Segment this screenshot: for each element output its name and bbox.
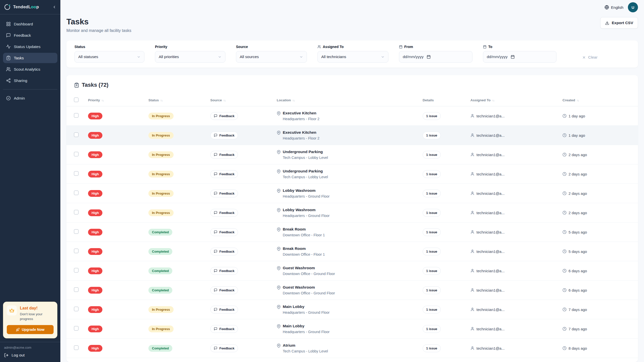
source-badge: Feedback: [210, 131, 238, 139]
created-cell: 2 days ago: [562, 153, 630, 157]
column-header-status[interactable]: Status↑↓: [148, 98, 210, 102]
export-csv-button[interactable]: Export CSV: [600, 17, 638, 29]
person-icon: [470, 153, 474, 157]
row-checkbox[interactable]: [74, 268, 78, 273]
from-date-input[interactable]: dd/mm/yyyy: [399, 51, 472, 63]
sidebar-item-dashboard[interactable]: Dashboard: [3, 19, 57, 29]
status-filter-select[interactable]: All statuses: [74, 51, 144, 63]
assigned-cell: technician1@a...: [470, 230, 562, 234]
row-checkbox[interactable]: [74, 191, 78, 195]
sidebar-item-feedback[interactable]: Feedback: [3, 30, 57, 40]
row-checkbox[interactable]: [74, 210, 78, 214]
table-row[interactable]: High In Progress Feedback Main Lobby Hea…: [66, 300, 638, 319]
row-checkbox[interactable]: [74, 345, 78, 350]
filters-bar: Status All statuses Priority All priorit…: [66, 40, 638, 68]
row-checkbox[interactable]: [74, 152, 78, 156]
chevron-down-icon: [218, 55, 222, 59]
table-row[interactable]: High In Progress Feedback Lobby Washroom…: [66, 203, 638, 222]
to-date-input[interactable]: dd/mm/yyyy: [483, 51, 556, 63]
table-row[interactable]: High In Progress Feedback Executive Kitc…: [66, 126, 638, 145]
person-icon: [470, 269, 474, 273]
sidebar-item-status-updates[interactable]: Status Updates: [3, 41, 57, 52]
upgrade-now-button[interactable]: Upgrade Now: [7, 325, 54, 334]
clipboard-icon: [74, 82, 79, 88]
assigned-cell: technician1@a...: [470, 191, 562, 196]
location-detail: Headquarters - Ground Floor: [283, 214, 330, 218]
column-header-source[interactable]: Source↑↓: [210, 98, 277, 102]
location-name: Guest Washroom: [283, 285, 335, 290]
row-checkbox[interactable]: [74, 171, 78, 176]
sidebar-item-admin[interactable]: Admin: [3, 93, 57, 103]
table-row[interactable]: High In Progress Feedback Lobby Washroom…: [66, 184, 638, 203]
feedback-bubble-icon: [214, 346, 217, 350]
column-header-priority[interactable]: Priority↑↓: [88, 98, 148, 102]
row-checkbox[interactable]: [74, 229, 78, 234]
table-row[interactable]: High Completed Feedback Guest Washroom D…: [66, 281, 638, 300]
created-cell: 7 days ago: [562, 327, 630, 331]
location-cell: Guest Washroom Downtown Office - Ground …: [277, 266, 423, 276]
logout-button[interactable]: Log out: [4, 353, 56, 357]
sidebar-collapse-icon[interactable]: [52, 5, 56, 9]
location-name: Atrium: [283, 343, 328, 348]
map-pin-icon: [277, 111, 281, 115]
feedback-bubble-icon: [214, 153, 217, 156]
rocket-icon: [16, 328, 20, 332]
map-pin-icon: [277, 324, 281, 328]
column-header-assigned-to[interactable]: Assigned To↑↓: [470, 98, 562, 102]
clock-icon: [562, 327, 567, 331]
location-name: Break Room: [283, 227, 325, 232]
language-selector[interactable]: English: [605, 5, 623, 10]
source-badge: Feedback: [210, 209, 238, 217]
clear-filters-button[interactable]: Clear: [582, 55, 597, 60]
priority-badge: High: [88, 287, 102, 294]
feedback-bubble-icon: [214, 230, 217, 234]
row-checkbox[interactable]: [74, 287, 78, 292]
clock-icon: [562, 269, 567, 273]
sidebar-item-scout-analytics[interactable]: Scout Analytics: [3, 64, 57, 74]
row-checkbox[interactable]: [74, 249, 78, 253]
table-row[interactable]: High In Progress Feedback Main Lobby Hea…: [66, 319, 638, 339]
source-badge: Feedback: [210, 170, 238, 178]
status-badge: Completed: [148, 345, 172, 352]
priority-badge: High: [88, 132, 102, 139]
priority-badge: High: [88, 190, 102, 197]
location-cell: Executive Kitchen Headquarters - Floor 2: [277, 111, 423, 121]
clock-icon: [562, 114, 567, 118]
table-row[interactable]: High Completed Feedback Guest Washroom D…: [66, 261, 638, 281]
table-row[interactable]: High In Progress Feedback Executive Kitc…: [66, 106, 638, 126]
table-row[interactable]: High Completed Feedback Break Room Downt…: [66, 222, 638, 242]
status-badge: Completed: [148, 267, 172, 274]
page-subtitle: Monitor and manage all facility tasks: [66, 28, 131, 33]
row-checkbox[interactable]: [74, 113, 78, 118]
table-row[interactable]: High Completed Feedback Break Room Downt…: [66, 242, 638, 261]
location-detail: Downtown Office - Floor 1: [283, 252, 325, 256]
assigned-cell: technician1@a...: [470, 346, 562, 350]
sidebar-item-sharing[interactable]: Sharing: [3, 75, 57, 86]
location-name: Lobby Washroom: [283, 208, 330, 212]
table-row[interactable]: High Completed Feedback Atrium Tech Camp…: [66, 339, 638, 358]
select-all-checkbox[interactable]: [74, 98, 78, 102]
feedback-bubble-icon: [214, 327, 217, 331]
table-row[interactable]: High In Progress Feedback Underground Pa…: [66, 145, 638, 164]
status-badge: In Progress: [148, 113, 174, 119]
brand-logo-icon: [4, 4, 11, 10]
location-detail: Downtown Office - Floor 1: [283, 233, 325, 237]
table-row[interactable]: High In Progress Feedback Underground Pa…: [66, 164, 638, 184]
priority-filter-select[interactable]: All priorities: [155, 51, 225, 63]
assigned-to-filter-select[interactable]: All technicians: [317, 51, 388, 63]
location-cell: Break Room Downtown Office - Floor 1: [277, 246, 423, 256]
details-badge: 1 issue: [423, 112, 441, 120]
avatar[interactable]: U: [628, 2, 638, 12]
column-header-created[interactable]: Created↑↓: [562, 98, 630, 102]
row-checkbox[interactable]: [74, 307, 78, 311]
sort-icon: ↑↓: [292, 99, 295, 102]
location-cell: Executive Kitchen Headquarters - Floor 2: [277, 130, 423, 140]
row-checkbox[interactable]: [74, 132, 78, 137]
status-badge: In Progress: [148, 326, 174, 332]
location-name: Underground Parking: [283, 150, 328, 154]
column-header-location[interactable]: Location↑↓: [277, 98, 423, 102]
location-cell: Underground Parking Tech Campus - Lobby …: [277, 150, 423, 160]
row-checkbox[interactable]: [74, 326, 78, 331]
sidebar-item-tasks[interactable]: Tasks: [3, 53, 57, 63]
source-filter-select[interactable]: All sources: [236, 51, 307, 63]
